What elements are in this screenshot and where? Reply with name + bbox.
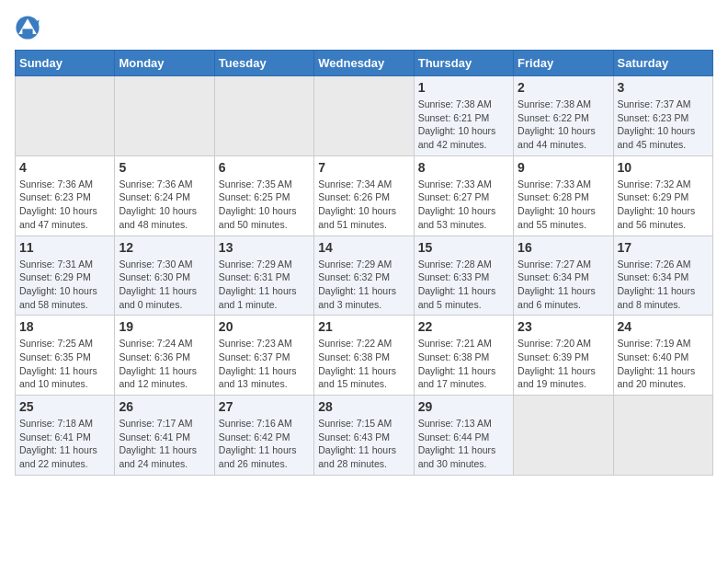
day-number: 4 <box>19 160 110 175</box>
day-number: 20 <box>219 319 310 334</box>
day-info: Sunrise: 7:19 AM Sunset: 6:40 PM Dayligh… <box>618 337 709 391</box>
calendar-cell <box>514 396 613 476</box>
calendar-cell: 23Sunrise: 7:20 AM Sunset: 6:39 PM Dayli… <box>514 316 613 396</box>
weekday-header-saturday: Saturday <box>613 51 712 76</box>
day-info: Sunrise: 7:20 AM Sunset: 6:39 PM Dayligh… <box>518 337 609 391</box>
calendar-cell: 28Sunrise: 7:15 AM Sunset: 6:43 PM Dayli… <box>314 396 414 476</box>
calendar-cell <box>115 76 214 156</box>
day-number: 23 <box>518 319 609 334</box>
day-number: 19 <box>119 319 210 334</box>
calendar-cell: 4Sunrise: 7:36 AM Sunset: 6:23 PM Daylig… <box>16 155 115 236</box>
calendar-cell: 29Sunrise: 7:13 AM Sunset: 6:44 PM Dayli… <box>414 396 513 476</box>
calendar-week-row: 4Sunrise: 7:36 AM Sunset: 6:23 PM Daylig… <box>16 155 713 236</box>
day-info: Sunrise: 7:28 AM Sunset: 6:33 PM Dayligh… <box>418 258 509 312</box>
calendar-cell: 11Sunrise: 7:31 AM Sunset: 6:29 PM Dayli… <box>16 236 115 316</box>
weekday-header-sunday: Sunday <box>16 51 115 76</box>
day-info: Sunrise: 7:31 AM Sunset: 6:29 PM Dayligh… <box>19 258 110 312</box>
day-info: Sunrise: 7:34 AM Sunset: 6:26 PM Dayligh… <box>318 178 409 232</box>
calendar-cell: 24Sunrise: 7:19 AM Sunset: 6:40 PM Dayli… <box>613 316 712 396</box>
calendar-cell: 5Sunrise: 7:36 AM Sunset: 6:24 PM Daylig… <box>115 155 214 236</box>
calendar-cell: 27Sunrise: 7:16 AM Sunset: 6:42 PM Dayli… <box>214 396 313 476</box>
day-number: 18 <box>19 319 110 334</box>
calendar-cell: 3Sunrise: 7:37 AM Sunset: 6:23 PM Daylig… <box>613 76 712 156</box>
day-info: Sunrise: 7:18 AM Sunset: 6:41 PM Dayligh… <box>19 417 110 471</box>
day-info: Sunrise: 7:38 AM Sunset: 6:22 PM Dayligh… <box>518 98 609 152</box>
day-info: Sunrise: 7:22 AM Sunset: 6:38 PM Dayligh… <box>318 337 409 391</box>
day-number: 24 <box>618 319 709 334</box>
day-info: Sunrise: 7:23 AM Sunset: 6:37 PM Dayligh… <box>219 337 310 391</box>
day-number: 10 <box>618 160 709 175</box>
calendar-cell: 25Sunrise: 7:18 AM Sunset: 6:41 PM Dayli… <box>16 396 115 476</box>
day-number: 13 <box>219 240 310 255</box>
svg-rect-2 <box>22 29 32 34</box>
calendar-week-row: 11Sunrise: 7:31 AM Sunset: 6:29 PM Dayli… <box>16 236 713 316</box>
calendar-cell: 9Sunrise: 7:33 AM Sunset: 6:28 PM Daylig… <box>514 155 613 236</box>
day-info: Sunrise: 7:21 AM Sunset: 6:38 PM Dayligh… <box>418 337 509 391</box>
day-info: Sunrise: 7:25 AM Sunset: 6:35 PM Dayligh… <box>19 337 110 391</box>
calendar-cell <box>314 76 414 156</box>
calendar-cell: 12Sunrise: 7:30 AM Sunset: 6:30 PM Dayli… <box>115 236 214 316</box>
day-info: Sunrise: 7:37 AM Sunset: 6:23 PM Dayligh… <box>618 98 709 152</box>
day-info: Sunrise: 7:36 AM Sunset: 6:23 PM Dayligh… <box>19 178 110 232</box>
day-number: 5 <box>119 160 210 175</box>
calendar-cell: 18Sunrise: 7:25 AM Sunset: 6:35 PM Dayli… <box>16 316 115 396</box>
day-info: Sunrise: 7:30 AM Sunset: 6:30 PM Dayligh… <box>119 258 210 312</box>
weekday-header-thursday: Thursday <box>414 51 513 76</box>
calendar-cell: 26Sunrise: 7:17 AM Sunset: 6:41 PM Dayli… <box>115 396 214 476</box>
calendar-header-row: SundayMondayTuesdayWednesdayThursdayFrid… <box>16 51 713 76</box>
day-number: 8 <box>418 160 509 175</box>
day-info: Sunrise: 7:33 AM Sunset: 6:27 PM Dayligh… <box>418 178 509 232</box>
day-number: 12 <box>119 240 210 255</box>
calendar-cell: 19Sunrise: 7:24 AM Sunset: 6:36 PM Dayli… <box>115 316 214 396</box>
day-info: Sunrise: 7:29 AM Sunset: 6:31 PM Dayligh… <box>219 258 310 312</box>
calendar-cell: 1Sunrise: 7:38 AM Sunset: 6:21 PM Daylig… <box>414 76 513 156</box>
day-info: Sunrise: 7:33 AM Sunset: 6:28 PM Dayligh… <box>518 178 609 232</box>
day-info: Sunrise: 7:15 AM Sunset: 6:43 PM Dayligh… <box>318 417 409 471</box>
day-number: 21 <box>318 319 409 334</box>
calendar-cell: 13Sunrise: 7:29 AM Sunset: 6:31 PM Dayli… <box>214 236 313 316</box>
day-info: Sunrise: 7:29 AM Sunset: 6:32 PM Dayligh… <box>318 258 409 312</box>
calendar-table: SundayMondayTuesdayWednesdayThursdayFrid… <box>15 50 713 476</box>
day-info: Sunrise: 7:35 AM Sunset: 6:25 PM Dayligh… <box>219 178 310 232</box>
calendar-cell <box>613 396 712 476</box>
day-number: 29 <box>418 399 509 414</box>
calendar-cell: 10Sunrise: 7:32 AM Sunset: 6:29 PM Dayli… <box>613 155 712 236</box>
day-number: 28 <box>318 399 409 414</box>
calendar-cell <box>214 76 313 156</box>
logo-icon <box>15 15 40 40</box>
day-info: Sunrise: 7:38 AM Sunset: 6:21 PM Dayligh… <box>418 98 509 152</box>
calendar-cell: 21Sunrise: 7:22 AM Sunset: 6:38 PM Dayli… <box>314 316 414 396</box>
day-number: 26 <box>119 399 210 414</box>
weekday-header-tuesday: Tuesday <box>214 51 313 76</box>
calendar-cell: 2Sunrise: 7:38 AM Sunset: 6:22 PM Daylig… <box>514 76 613 156</box>
calendar-cell <box>16 76 115 156</box>
calendar-week-row: 18Sunrise: 7:25 AM Sunset: 6:35 PM Dayli… <box>16 316 713 396</box>
day-number: 16 <box>518 240 609 255</box>
day-number: 6 <box>219 160 310 175</box>
calendar-cell: 14Sunrise: 7:29 AM Sunset: 6:32 PM Dayli… <box>314 236 414 316</box>
day-number: 22 <box>418 319 509 334</box>
logo <box>15 15 44 40</box>
calendar-cell: 17Sunrise: 7:26 AM Sunset: 6:34 PM Dayli… <box>613 236 712 316</box>
calendar-cell: 20Sunrise: 7:23 AM Sunset: 6:37 PM Dayli… <box>214 316 313 396</box>
day-info: Sunrise: 7:36 AM Sunset: 6:24 PM Dayligh… <box>119 178 210 232</box>
day-info: Sunrise: 7:26 AM Sunset: 6:34 PM Dayligh… <box>618 258 709 312</box>
calendar-cell: 16Sunrise: 7:27 AM Sunset: 6:34 PM Dayli… <box>514 236 613 316</box>
calendar-cell: 15Sunrise: 7:28 AM Sunset: 6:33 PM Dayli… <box>414 236 513 316</box>
day-number: 25 <box>19 399 110 414</box>
day-info: Sunrise: 7:16 AM Sunset: 6:42 PM Dayligh… <box>219 417 310 471</box>
day-number: 2 <box>518 80 609 95</box>
day-number: 1 <box>418 80 509 95</box>
day-number: 14 <box>318 240 409 255</box>
calendar-cell: 8Sunrise: 7:33 AM Sunset: 6:27 PM Daylig… <box>414 155 513 236</box>
day-number: 15 <box>418 240 509 255</box>
calendar-week-row: 25Sunrise: 7:18 AM Sunset: 6:41 PM Dayli… <box>16 396 713 476</box>
day-info: Sunrise: 7:32 AM Sunset: 6:29 PM Dayligh… <box>618 178 709 232</box>
day-info: Sunrise: 7:17 AM Sunset: 6:41 PM Dayligh… <box>119 417 210 471</box>
calendar-week-row: 1Sunrise: 7:38 AM Sunset: 6:21 PM Daylig… <box>16 76 713 156</box>
day-info: Sunrise: 7:27 AM Sunset: 6:34 PM Dayligh… <box>518 258 609 312</box>
weekday-header-monday: Monday <box>115 51 214 76</box>
page-header <box>15 15 713 40</box>
day-number: 27 <box>219 399 310 414</box>
day-number: 17 <box>618 240 709 255</box>
